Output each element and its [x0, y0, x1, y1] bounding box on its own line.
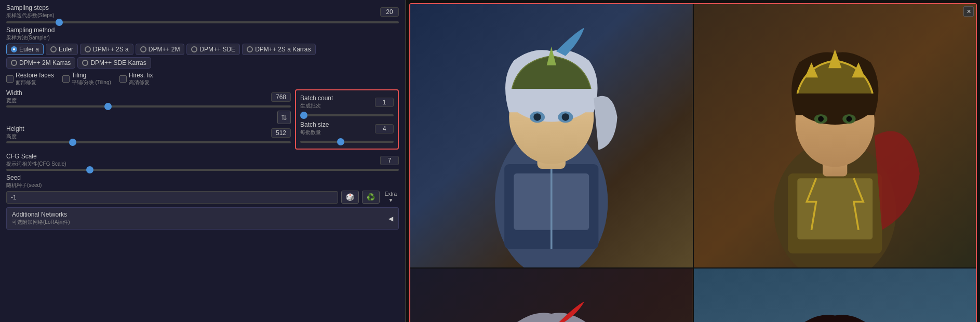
image-cell-bottom-left[interactable] [410, 269, 693, 322]
batch-section: Batch count 生成批次 1 Batch size 每批数量 [295, 89, 399, 150]
seed-random-button[interactable]: 🎲 [341, 191, 359, 204]
width-slider[interactable] [6, 105, 291, 108]
image-grid-container: ✕ [409, 3, 977, 322]
radio-dot [191, 46, 197, 52]
sampler-dpm2s-karras[interactable]: DPM++ 2S a Karras [242, 44, 315, 55]
image-cell-top-right[interactable] [694, 4, 976, 267]
cfg-scale-slider[interactable] [6, 169, 399, 171]
batch-size-slider[interactable] [300, 141, 394, 143]
checkbox-box [6, 75, 14, 83]
tiling-checkbox[interactable]: Tiling 平铺/分块 (Tiling) [62, 72, 111, 86]
sampler-euler-a[interactable]: Euler a [6, 44, 44, 55]
image-cell-top-left[interactable] [410, 4, 693, 267]
sampler-dpm2m[interactable]: DPM++ 2M [136, 44, 185, 55]
cfg-scale-value[interactable]: 7 [380, 156, 399, 165]
radio-dot [85, 46, 91, 52]
svg-rect-16 [797, 178, 872, 239]
image-grid [410, 4, 976, 322]
sampling-steps-slider[interactable] [6, 21, 399, 23]
height-section: Height 高度 512 [6, 125, 291, 143]
sampler-euler[interactable]: Euler [46, 44, 78, 55]
restore-faces-checkbox[interactable]: Restore faces 面部修复 [6, 72, 54, 86]
character-svg-tr [694, 4, 976, 267]
left-panel: Sampling steps 采样迭代步数(Steps) 20 Sampling… [0, 0, 405, 322]
image-area: ✕ [409, 3, 977, 322]
sampler-dpm2m-karras[interactable]: DPM++ 2M Karras [6, 57, 75, 69]
extra-button[interactable]: Extra ▼ [383, 190, 399, 204]
wh-section: Width 宽度 768 ⇅ Height 高度 512 [6, 89, 291, 143]
width-value[interactable]: 768 [271, 92, 291, 102]
batch-count-section: Batch count 生成批次 1 [300, 95, 394, 118]
sampling-method-label: Sampling method 采样方法(Sampler) [6, 26, 399, 42]
cfg-scale-section: CFG Scale 提示词相关性(CFG Scale) 7 [6, 153, 399, 171]
sampling-steps-section: Sampling steps 采样迭代步数(Steps) 20 [6, 4, 399, 23]
sampling-steps-label: Sampling steps 采样迭代步数(Steps) [6, 4, 54, 19]
swap-dimensions-button[interactable]: ⇅ [277, 111, 291, 124]
sampler-options-row2: DPM++ 2M Karras DPM++ SDE Karras [6, 57, 399, 69]
svg-point-11 [562, 113, 569, 120]
checkbox-box [62, 75, 70, 83]
checkboxes-row: Restore faces 面部修复 Tiling 平铺/分块 (Tiling)… [6, 72, 399, 86]
radio-dot [11, 46, 17, 52]
radio-dot [140, 46, 146, 52]
radio-dot [11, 60, 17, 66]
svg-point-25 [818, 116, 824, 122]
sampling-method-section: Sampling method 采样方法(Sampler) Euler a Eu… [6, 26, 399, 69]
batch-count-value[interactable]: 1 [375, 98, 394, 107]
sampler-dpm2s[interactable]: DPM++ 2S a [80, 44, 133, 55]
width-section: Width 宽度 768 [6, 89, 291, 108]
hires-fix-checkbox[interactable]: Hires. fix 高清修复 [119, 72, 153, 86]
radio-dot [50, 46, 57, 52]
seed-recycle-button[interactable]: ♻️ [362, 191, 380, 204]
sampler-dpmsde-karras[interactable]: DPM++ SDE Karras [77, 57, 151, 69]
svg-rect-40 [694, 269, 976, 322]
collapse-icon: ◀ [388, 215, 393, 222]
height-value[interactable]: 512 [271, 128, 291, 138]
sampling-steps-value[interactable]: 20 [380, 7, 399, 17]
character-svg-bl [410, 269, 693, 322]
seed-input[interactable] [6, 191, 338, 204]
character-svg-br [694, 269, 976, 322]
seed-section: Seed 随机种子(seed) 🎲 ♻️ Extra ▼ [6, 174, 399, 204]
image-cell-bottom-right[interactable] [694, 269, 976, 322]
radio-dot [82, 60, 88, 66]
checkbox-box [119, 75, 127, 83]
batch-size-value[interactable]: 4 [375, 124, 394, 133]
height-slider[interactable] [6, 141, 291, 143]
radio-dot [247, 46, 253, 52]
wh-batch-container: Width 宽度 768 ⇅ Height 高度 512 [6, 89, 399, 150]
sampler-dpmsde[interactable]: DPM++ SDE [186, 44, 240, 55]
character-svg-tl [410, 4, 693, 267]
svg-point-26 [846, 116, 852, 122]
batch-count-slider[interactable] [300, 114, 394, 116]
close-button[interactable]: ✕ [963, 6, 974, 17]
svg-point-10 [533, 113, 541, 120]
batch-size-section: Batch size 每批数量 4 [300, 121, 394, 144]
right-panel: ✕ [406, 0, 980, 322]
additional-networks-bar[interactable]: Additional Networks 可选附加网络(LoRA插件) ◀ [6, 207, 399, 230]
sampler-options: Euler a Euler DPM++ 2S a DPM++ 2M DPM++ … [6, 44, 399, 55]
